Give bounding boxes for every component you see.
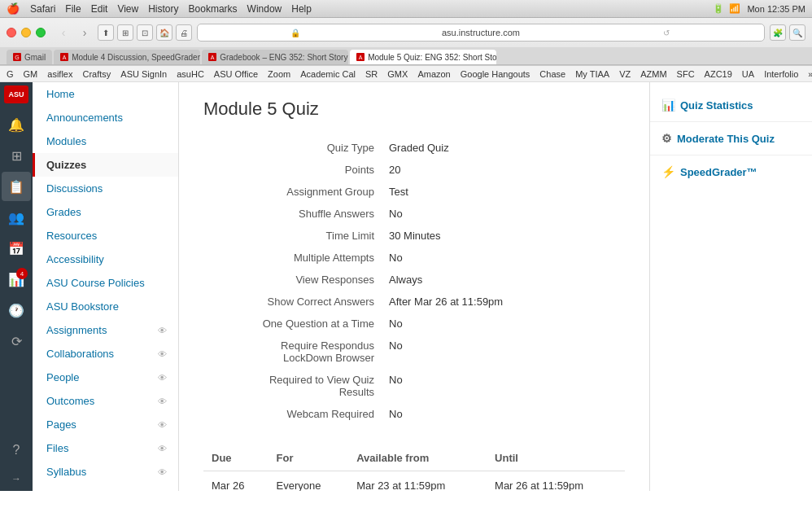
sidebar-item-files[interactable]: Files 👁	[33, 436, 178, 460]
sidebar-item-announcements[interactable]: Announcements	[33, 106, 178, 129]
back-button[interactable]: ‹	[55, 24, 72, 41]
nav-announcements[interactable]: 🔔	[2, 110, 31, 139]
clock: Mon 12:35 PM	[747, 4, 805, 14]
table-row: One Question at a Time No	[205, 313, 623, 334]
close-button[interactable]	[7, 28, 16, 37]
nav-grades[interactable]: 📊 4	[2, 265, 31, 294]
sidebar-item-syllabus[interactable]: Syllabus 👁	[33, 460, 178, 484]
nav-commons[interactable]: ⟳	[2, 326, 31, 356]
eye-icon-outcomes: 👁	[158, 396, 167, 406]
bookmark-craftsy[interactable]: Craftsy	[82, 69, 111, 79]
sidebar-item-resources[interactable]: Resources	[33, 224, 178, 247]
time-limit-label: Time Limit	[205, 226, 384, 246]
print-icon[interactable]: 🖨	[176, 24, 192, 41]
share-icon[interactable]: ⬆	[98, 24, 114, 41]
menu-history[interactable]: History	[148, 3, 178, 15]
until-date: Mar 26 at 11:59pm	[487, 471, 625, 492]
menu-file[interactable]: File	[65, 3, 81, 15]
sidebar-item-accessibility[interactable]: Accessibility	[33, 247, 178, 271]
moderate-quiz-link[interactable]: ⚙ Moderate This Quiz	[650, 125, 812, 151]
respondus-label: Require RespondusLockDown Browser	[205, 335, 384, 368]
table-row: Required to View QuizResults No	[205, 370, 623, 402]
sidebar-item-home[interactable]: Home	[33, 82, 178, 106]
menu-safari[interactable]: Safari	[30, 3, 55, 15]
nav-icon[interactable]: 🏠	[156, 24, 172, 41]
sidebar-item-pages[interactable]: Pages 👁	[33, 413, 178, 436]
bookmark-asuhc[interactable]: asuHC	[177, 69, 204, 79]
table-row: Quiz Type Graded Quiz	[205, 138, 623, 158]
speedgrader-link[interactable]: ⚡ SpeedGrader™	[650, 159, 812, 185]
bookmark-more[interactable]: »	[808, 69, 812, 79]
bookmark-vz[interactable]: VZ	[619, 69, 631, 79]
due-header: Due	[203, 445, 268, 471]
bookmark-zoom[interactable]: Zoom	[268, 69, 290, 79]
bookmark-icon[interactable]: ⊞	[117, 24, 133, 41]
eye-icon-collaborations: 👁	[158, 349, 167, 359]
bookmark-sfc[interactable]: SFC	[677, 69, 695, 79]
menu-help[interactable]: Help	[291, 3, 312, 15]
nav-courses[interactable]: ⊞	[2, 141, 31, 170]
minimize-button[interactable]	[21, 28, 31, 37]
nav-calendar[interactable]: 📅	[2, 234, 31, 263]
fullscreen-button[interactable]	[36, 28, 46, 37]
search-icon[interactable]: 🔍	[789, 24, 805, 41]
sidebar-item-quizzes[interactable]: Quizzes	[33, 153, 178, 177]
asu-logo[interactable]: ASU	[4, 85, 28, 103]
sidebar-item-grades[interactable]: Grades	[33, 200, 178, 224]
bookmark-gmx[interactable]: GMX	[387, 69, 408, 79]
tab-overview-icon[interactable]: ⊡	[137, 24, 153, 41]
bookmark-asusignin[interactable]: ASU SignIn	[120, 69, 167, 79]
bookmark-chase[interactable]: Chase	[539, 69, 565, 79]
bookmark-asuoffice[interactable]: ASU Office	[214, 69, 258, 79]
quiz-type-label: Quiz Type	[205, 138, 384, 158]
sidebar-item-modules[interactable]: Modules	[33, 129, 178, 153]
quiz-statistics-link[interactable]: 📊 Quiz Statistics	[650, 92, 812, 118]
extensions-icon[interactable]: 🧩	[770, 24, 786, 41]
tab-gradebook[interactable]: A Gradebook – ENG 352: Short Story (202.…	[202, 50, 348, 64]
sidebar-item-people[interactable]: People 👁	[33, 366, 178, 389]
global-nav: ASU 🔔 ⊞ 📋 👥 📅 📊 4 🕐 ⟳ ? →	[0, 82, 33, 491]
multiple-attempts-label: Multiple Attempts	[205, 247, 384, 268]
menu-edit[interactable]: Edit	[91, 3, 108, 15]
points-label: Points	[205, 160, 384, 180]
bookmark-g[interactable]: G	[7, 69, 14, 79]
sidebar-item-outcomes[interactable]: Outcomes 👁	[33, 389, 178, 413]
sidebar-item-collaborations[interactable]: Collaborations 👁	[33, 342, 178, 366]
table-row: Multiple Attempts No	[205, 247, 623, 268]
tab-module4[interactable]: A Module 4 Discussion, SpeedGrader, EN..…	[54, 50, 200, 64]
bookmark-sr[interactable]: SR	[365, 69, 378, 79]
bookmark-googlehangouts[interactable]: Google Hangouts	[461, 69, 530, 79]
sidebar-item-rubrics[interactable]: Rubrics	[33, 484, 178, 491]
nav-people[interactable]: 👥	[2, 203, 31, 232]
panel-divider-1	[650, 121, 812, 122]
apple-menu[interactable]: 🍎	[7, 2, 20, 15]
table-row: Webcam Required No	[205, 404, 623, 424]
bookmark-mytiaa[interactable]: My TIAA	[575, 69, 609, 79]
bookmark-amazon[interactable]: Amazon	[417, 69, 450, 79]
nav-history[interactable]: 🕐	[2, 296, 31, 325]
bookmark-ua[interactable]: UA	[742, 69, 754, 79]
menu-window[interactable]: Window	[247, 3, 282, 15]
tab-gmail[interactable]: G Gmail	[7, 50, 52, 64]
menu-bookmarks[interactable]: Bookmarks	[189, 3, 238, 15]
sidebar-item-assignments[interactable]: Assignments 👁	[33, 318, 178, 342]
bookmark-academiccal[interactable]: Academic Cal	[300, 69, 356, 79]
bookmark-azmm[interactable]: AZMM	[640, 69, 666, 79]
forward-button[interactable]: ›	[76, 24, 93, 41]
tab-module5quiz[interactable]: A Module 5 Quiz: ENG 352: Short Story (2…	[350, 50, 496, 64]
bookmark-asiflex[interactable]: asiflex	[47, 69, 72, 79]
nav-help[interactable]: ?	[2, 436, 31, 465]
menu-view[interactable]: View	[117, 3, 138, 15]
sidebar-item-asu-course-policies[interactable]: ASU Course Policies	[33, 271, 178, 295]
sidebar-item-asu-bookstore[interactable]: ASU Bookstore	[33, 295, 178, 318]
bookmark-gm[interactable]: GM	[24, 69, 38, 79]
webcam-value: No	[386, 404, 623, 424]
bookmark-interfolio[interactable]: Interfolio	[764, 69, 798, 79]
bookmark-azc19[interactable]: AZC19	[705, 69, 732, 79]
expand-nav-button[interactable]: →	[5, 466, 28, 491]
nav-assignments[interactable]: 📋	[2, 172, 31, 201]
address-bar[interactable]: 🔒 asu.instructure.com ↺	[197, 24, 765, 42]
show-correct-answers-value: After Mar 26 at 11:59pm	[386, 291, 623, 312]
battery-icon: 🔋	[713, 3, 724, 14]
sidebar-item-discussions[interactable]: Discussions	[33, 177, 178, 200]
